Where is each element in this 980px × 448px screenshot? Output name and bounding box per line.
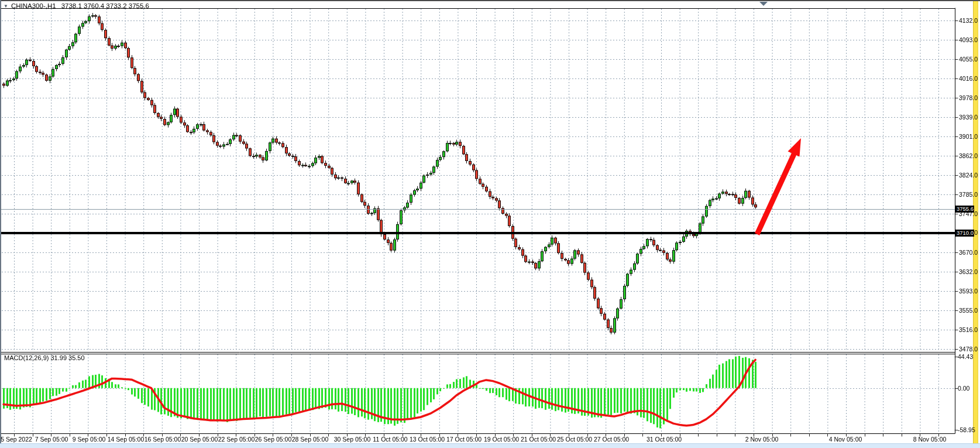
time-tick-label: 13 Oct 05:00 bbox=[410, 436, 445, 443]
price-tick-label: 3632.0 bbox=[959, 268, 978, 275]
time-tick-label: 26 Sep 05:00 bbox=[255, 436, 291, 443]
price-tick-label: 3593.0 bbox=[959, 288, 978, 295]
time-tick-label: 17 Oct 05:00 bbox=[446, 436, 482, 443]
time-tick-label: 30 Sep 05:00 bbox=[334, 436, 370, 443]
price-tick-label: 4016.0 bbox=[959, 75, 978, 82]
window-top-edge bbox=[0, 0, 980, 1]
time-tick-label: 9 Sep 05:00 bbox=[73, 436, 106, 443]
price-tick-label: 4132.0 bbox=[959, 17, 978, 24]
support-line-badge: 3710.0 bbox=[955, 230, 974, 237]
time-tick-label: 22 Sep 05:00 bbox=[218, 436, 255, 443]
up-trend-arrow-annotation[interactable] bbox=[749, 132, 807, 240]
time-tick-label: 19 Oct 05:00 bbox=[484, 436, 519, 443]
macd-tick-label: 44.43 bbox=[958, 353, 973, 360]
price-tick-label: 3478.0 bbox=[959, 346, 978, 353]
price-tick-label: 3978.0 bbox=[959, 94, 978, 101]
chart-window: ▼CHINA300-,H13738.1 3760.4 3733.2 3755.6… bbox=[0, 0, 980, 448]
time-tick-label: 2 Nov 05:00 bbox=[745, 436, 779, 443]
price-tick-label: 4055.0 bbox=[959, 56, 978, 63]
arrow-head-icon bbox=[788, 138, 802, 157]
time-tick-label: 7 Sep 05:00 bbox=[35, 436, 68, 443]
chart-title: ▼CHINA300-,H13738.1 3760.4 3733.2 3755.6 bbox=[4, 2, 149, 9]
price-tick-label: 3670.0 bbox=[959, 249, 978, 256]
macd-tick-label: 0.00 bbox=[958, 385, 969, 392]
chart-canvas[interactable] bbox=[0, 0, 980, 448]
chart-shift-marker-icon[interactable] bbox=[759, 2, 768, 6]
time-tick-label: 27 Oct 05:00 bbox=[594, 436, 629, 443]
price-tick-label: 3862.0 bbox=[959, 152, 978, 159]
time-tick-label: 4 Nov 05:00 bbox=[829, 436, 862, 443]
symbol-menu-icon: ▼ bbox=[4, 4, 8, 9]
price-tick-label: 3555.0 bbox=[959, 307, 978, 314]
time-tick-label: 21 Oct 05:00 bbox=[521, 436, 556, 443]
macd-name: MACD(12,26,9) bbox=[4, 354, 49, 361]
macd-values: 31.99 35.50 bbox=[50, 354, 84, 361]
ohlc-values: 3738.1 3760.4 3733.2 3755.6 bbox=[61, 2, 149, 9]
macd-indicator-label: MACD(12,26,9) 31.99 35.50 bbox=[4, 354, 85, 361]
support-line-3710[interactable] bbox=[1, 232, 955, 234]
macd-tick-label: -58.95 bbox=[958, 426, 975, 433]
time-tick-label: 25 Oct 05:00 bbox=[557, 436, 592, 443]
current-price-line bbox=[1, 209, 955, 210]
symbol-period-label: CHINA300-,H1 bbox=[11, 2, 56, 9]
time-tick-label: 20 Sep 05:00 bbox=[181, 436, 218, 443]
price-tick-label: 3939.0 bbox=[959, 114, 978, 121]
time-tick-label: 31 Oct 05:00 bbox=[647, 436, 682, 443]
time-tick-label: 16 Sep 05:00 bbox=[145, 436, 181, 443]
time-tick-label: 14 Sep 05:00 bbox=[108, 436, 144, 443]
price-tick-label: 3824.0 bbox=[959, 172, 978, 179]
right-yellow-stripe bbox=[973, 1, 978, 443]
price-tick-label: 3785.0 bbox=[959, 191, 978, 198]
current-price-badge: 3755.6 bbox=[955, 206, 974, 213]
time-tick-label: 11 Oct 05:00 bbox=[373, 436, 407, 443]
price-tick-label: 4093.0 bbox=[959, 36, 978, 43]
time-tick-label: 28 Sep 05:00 bbox=[292, 436, 328, 443]
price-tick-label: 3901.0 bbox=[959, 133, 978, 140]
time-tick-label: 8 Nov 05:00 bbox=[913, 436, 947, 443]
price-tick-label: 3516.0 bbox=[959, 326, 978, 333]
bottom-window-strip bbox=[0, 443, 980, 448]
window-left-edge bbox=[0, 0, 1, 443]
time-tick-label: 5 Sep 2022 bbox=[1, 436, 32, 443]
